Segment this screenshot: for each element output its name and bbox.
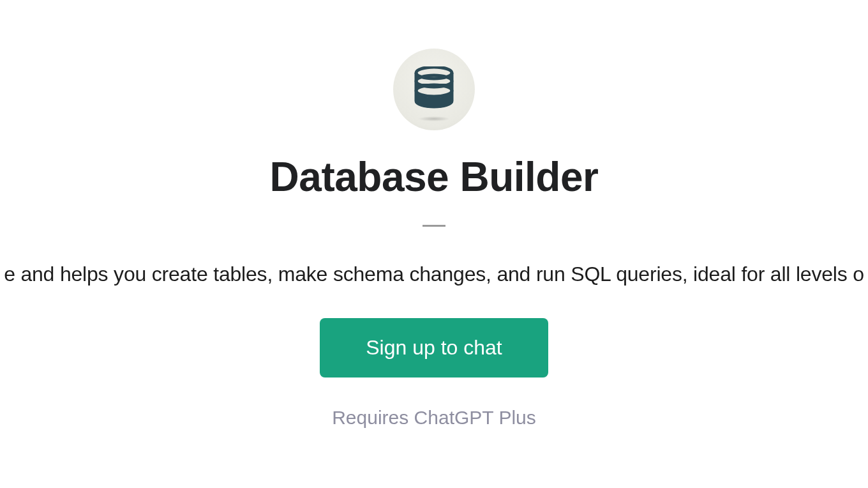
app-icon-circle <box>393 49 475 130</box>
requires-text: Requires ChatGPT Plus <box>332 407 536 429</box>
app-description: e and helps you create tables, make sche… <box>4 263 864 286</box>
page-title: Database Builder <box>270 153 599 201</box>
signup-button[interactable]: Sign up to chat <box>320 318 548 377</box>
database-icon <box>414 66 454 112</box>
icon-shadow <box>418 116 450 121</box>
title-divider <box>423 225 445 227</box>
